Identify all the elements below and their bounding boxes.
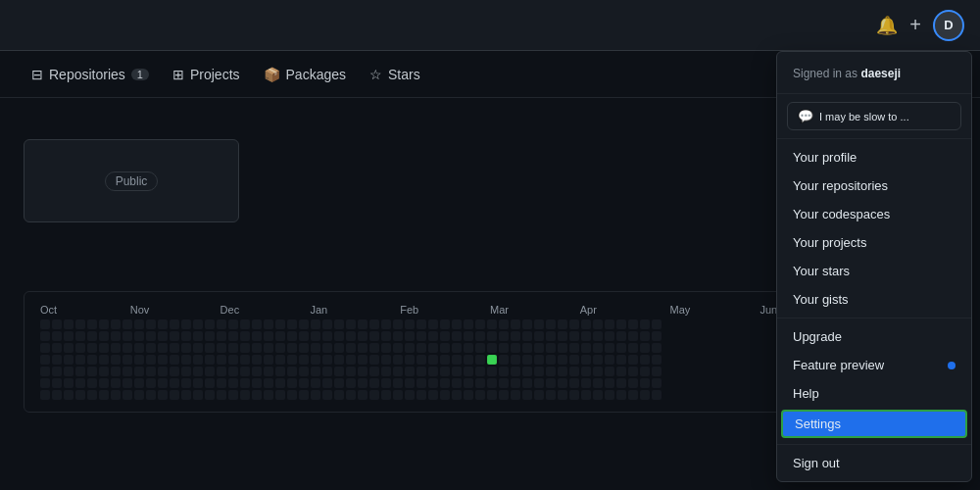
contrib-cell <box>111 355 121 365</box>
contrib-cell <box>181 343 191 353</box>
avatar-button[interactable]: D <box>933 10 964 41</box>
contrib-cell <box>99 390 109 400</box>
contrib-cell <box>452 343 462 353</box>
contrib-cell <box>346 331 356 341</box>
contrib-cell <box>616 331 626 341</box>
contrib-cell <box>52 367 62 376</box>
subnav-item-repositories[interactable]: ⊟ Repositories 1 <box>24 61 157 88</box>
contrib-cell <box>558 331 567 341</box>
stars-icon: ☆ <box>369 67 382 82</box>
contrib-cell <box>299 390 309 400</box>
contrib-cell <box>346 378 356 388</box>
contrib-cell <box>287 343 297 353</box>
dropdown-item-upgrade[interactable]: Upgrade <box>777 322 971 351</box>
contrib-cell <box>158 355 168 365</box>
bell-icon[interactable]: 🔔 <box>876 15 898 36</box>
contrib-cell <box>393 378 403 388</box>
dropdown-item-help[interactable]: Help <box>777 379 971 408</box>
contrib-cell <box>569 319 579 329</box>
contrib-cell <box>440 331 450 341</box>
contrib-cell <box>122 367 132 376</box>
contrib-cell <box>146 355 156 365</box>
month-jan: Jan <box>310 304 400 316</box>
dropdown-item-profile[interactable]: Your profile <box>777 143 971 172</box>
contrib-cell <box>464 378 473 388</box>
contrib-cell <box>122 319 132 329</box>
contrib-cell <box>405 343 415 353</box>
contrib-cell <box>193 319 203 329</box>
contrib-cell <box>299 331 309 341</box>
slow-response-button[interactable]: 💬 I may be slow to ... <box>787 102 961 130</box>
contrib-cell <box>640 331 650 341</box>
contrib-cell <box>217 343 226 353</box>
contrib-cell <box>452 355 462 365</box>
subnav-item-projects[interactable]: ⊞ Projects <box>165 61 248 88</box>
contrib-cell <box>452 378 462 388</box>
dropdown-item-sign-out[interactable]: Sign out <box>777 449 971 477</box>
contrib-cell <box>487 367 497 376</box>
contrib-cell <box>369 367 379 376</box>
topbar-icons: 🔔 + D <box>876 10 964 41</box>
contrib-cell <box>605 355 614 365</box>
contrib-cell <box>228 343 238 353</box>
pinned-card: Public <box>24 139 239 222</box>
message-icon: 💬 <box>798 109 813 123</box>
contrib-cell <box>605 367 614 376</box>
dropdown-item-projects[interactable]: Your projects <box>777 228 971 257</box>
contrib-cell <box>428 355 438 365</box>
contrib-cell <box>193 343 203 353</box>
contrib-cell <box>181 367 191 376</box>
contrib-cell <box>75 319 85 329</box>
contrib-cell <box>499 331 509 341</box>
subnav-repositories-label: Repositories <box>49 67 125 82</box>
dropdown-item-stars[interactable]: Your stars <box>777 257 971 285</box>
repositories-badge: 1 <box>131 69 149 80</box>
contrib-cell <box>652 319 662 329</box>
dropdown-item-codespaces[interactable]: Your codespaces <box>777 200 971 228</box>
contrib-cell <box>358 331 368 341</box>
contrib-cell <box>581 390 591 400</box>
contrib-cell <box>652 367 662 376</box>
subnav-item-packages[interactable]: 📦 Packages <box>256 61 354 88</box>
subnav-item-stars[interactable]: ☆ Stars <box>362 61 428 88</box>
dropdown-header: Signed in as daeseji <box>777 52 971 94</box>
contrib-cell <box>569 367 579 376</box>
contrib-cell <box>452 367 462 376</box>
contrib-cell <box>640 343 650 353</box>
contrib-cell <box>87 343 97 353</box>
contrib-cell <box>605 331 614 341</box>
contrib-cell <box>487 390 497 400</box>
contrib-cell <box>499 319 509 329</box>
contrib-cell <box>569 331 579 341</box>
contrib-cell <box>252 378 262 388</box>
contrib-cell <box>264 319 273 329</box>
contrib-cell <box>275 355 285 365</box>
contrib-cell <box>428 319 438 329</box>
contrib-cell <box>464 390 473 400</box>
contrib-cell <box>228 378 238 388</box>
contrib-cell <box>193 378 203 388</box>
contrib-cell <box>322 331 332 341</box>
dropdown-section-signout: Sign out <box>777 444 971 481</box>
contrib-cell <box>146 378 156 388</box>
contrib-cell <box>546 378 556 388</box>
contrib-cell <box>569 390 579 400</box>
user-dropdown: Signed in as daeseji 💬 I may be slow to … <box>776 51 972 482</box>
contrib-cell <box>405 331 415 341</box>
contrib-cell <box>134 378 144 388</box>
subnav-stars-label: Stars <box>388 67 420 82</box>
contrib-cell <box>464 343 473 353</box>
plus-icon[interactable]: + <box>909 14 921 36</box>
dropdown-item-repositories[interactable]: Your repositories <box>777 172 971 200</box>
dropdown-item-settings[interactable]: Settings <box>781 410 967 438</box>
contrib-cell <box>322 319 332 329</box>
dropdown-item-feature-preview[interactable]: Feature preview <box>777 351 971 379</box>
contrib-cell <box>228 390 238 400</box>
contrib-cell <box>170 390 179 400</box>
dropdown-item-gists[interactable]: Your gists <box>777 285 971 314</box>
contrib-cell <box>205 343 215 353</box>
contrib-cell <box>605 343 614 353</box>
contrib-cell <box>546 367 556 376</box>
contrib-cell <box>381 390 391 400</box>
contrib-cell <box>522 367 532 376</box>
